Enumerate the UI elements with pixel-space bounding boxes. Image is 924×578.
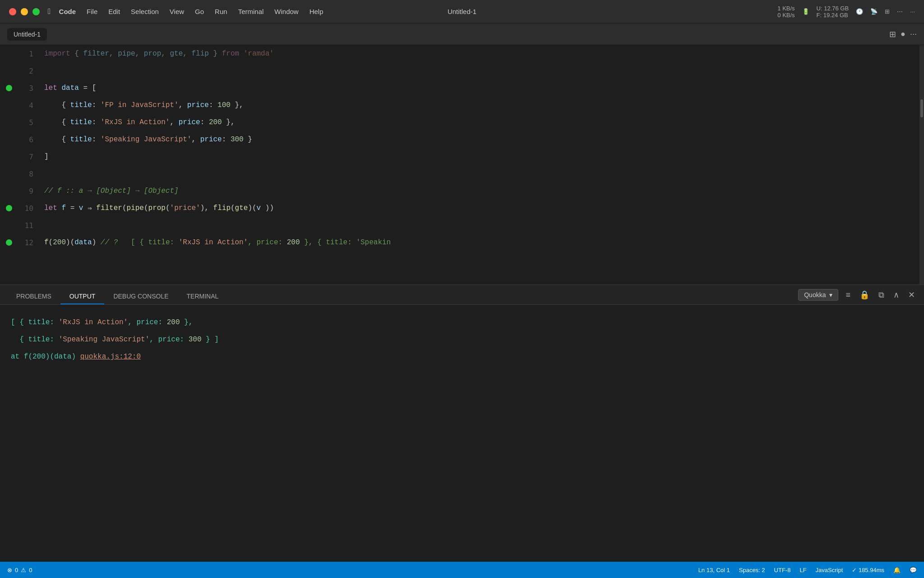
- line-num-6: 6: [29, 131, 33, 148]
- cursor-position[interactable]: Ln 13, Col 1: [698, 567, 730, 573]
- output-line-2: { title: 'Speaking JavaScript' , price: …: [11, 331, 913, 348]
- filter-icon[interactable]: ≡: [844, 289, 852, 302]
- panel-controls: Quokka ▾ ≡ 🔒 ⧉ ∧ ✕: [798, 288, 917, 304]
- line-num-12: 12: [25, 234, 33, 251]
- output-line-1: [ { title: 'RxJS in Action' , price: 200…: [11, 314, 913, 331]
- wifi-icon: 📡: [870, 8, 878, 15]
- line-num-8: 8: [29, 165, 33, 182]
- tab-untitled[interactable]: Untitled-1: [7, 28, 47, 41]
- line-num-3: 3: [29, 79, 33, 97]
- apple-icon: : [48, 7, 51, 16]
- tab-problems[interactable]: PROBLEMS: [7, 289, 60, 304]
- controlcenter-icon: ⊞: [885, 8, 890, 15]
- code-content[interactable]: import { filter , pipe , prop , gte , fl…: [41, 45, 924, 284]
- warning-icon: ⚠: [21, 567, 26, 573]
- error-icon: ⊗: [7, 567, 12, 573]
- output-content: [ { title: 'RxJS in Action' , price: 200…: [0, 305, 924, 429]
- editor-scrollbar[interactable]: [919, 45, 924, 284]
- encoding[interactable]: UTF-8: [774, 567, 791, 573]
- breakpoint-marker-3: [6, 85, 12, 91]
- line-numbers: 1 2 3 4 5 6 7 8 9 10 11 12: [18, 45, 41, 284]
- output-line-3: at f(200)(data) quokka.js:12:0: [11, 348, 913, 365]
- tab-terminal[interactable]: TERMINAL: [178, 289, 228, 304]
- status-right: Ln 13, Col 1 Spaces: 2 UTF-8 LF JavaScri…: [698, 567, 917, 573]
- tab-dot-icon: ●: [901, 29, 906, 39]
- menu-code[interactable]: Code: [59, 8, 76, 15]
- scrollbar-thumb[interactable]: [920, 99, 923, 117]
- quokka-link[interactable]: quokka.js:12:0: [80, 353, 141, 361]
- panel: PROBLEMS OUTPUT DEBUG CONSOLE TERMINAL Q…: [0, 284, 924, 429]
- title-bar-left:  Code File Edit Selection View Go Run T…: [9, 7, 323, 16]
- window-title: Untitled-1: [448, 8, 476, 15]
- language-mode[interactable]: JavaScript: [816, 567, 843, 573]
- gutter-markers: [0, 45, 18, 284]
- quokka-time: ✓ 185.94ms: [852, 567, 884, 573]
- error-count[interactable]: ⊗ 0 ⚠ 0: [7, 567, 32, 573]
- panel-tabs: PROBLEMS OUTPUT DEBUG CONSOLE TERMINAL Q…: [0, 285, 924, 305]
- output-source-select[interactable]: Quokka ▾: [798, 289, 838, 301]
- menu-run[interactable]: Run: [215, 8, 227, 15]
- notification-icon[interactable]: 🔔: [893, 567, 901, 573]
- line-num-11: 11: [25, 217, 33, 234]
- breakpoint-marker-12: [6, 239, 12, 246]
- line-num-9: 9: [29, 182, 33, 200]
- close-panel-icon[interactable]: ✕: [906, 288, 917, 302]
- title-bar-right: 1 KB/s0 KB/s 🔋 U: 12.76 GBF: 19.24 GB 🕐 …: [777, 5, 915, 19]
- status-bar: ⊗ 0 ⚠ 0 Ln 13, Col 1 Spaces: 2 UTF-8 LF …: [0, 562, 924, 578]
- code-line-7: ]: [41, 148, 924, 165]
- code-line-10: let f = v ⇒ filter ( pipe ( prop ( 'pric…: [41, 200, 924, 217]
- line-num-4: 4: [29, 97, 33, 114]
- menu-window[interactable]: Window: [274, 8, 298, 15]
- more-actions-icon[interactable]: ···: [910, 29, 917, 39]
- line-num-10: 10: [25, 200, 33, 217]
- tab-icons: ⊞ ● ···: [889, 29, 917, 39]
- traffic-lights: [9, 8, 40, 15]
- close-button[interactable]: [9, 8, 16, 15]
- menu-view[interactable]: View: [170, 8, 184, 15]
- editor-area: 1 2 3 4 5 6 7 8 9 10 11 12 import { filt…: [0, 45, 924, 284]
- menu-bar: Code File Edit Selection View Go Run Ter…: [59, 8, 323, 15]
- tab-label: Untitled-1: [14, 31, 41, 38]
- code-line-9: // f :: a → [Object] → [Object]: [41, 182, 924, 200]
- code-line-8: [41, 165, 924, 182]
- menu-go[interactable]: Go: [195, 8, 204, 15]
- collapse-panel-icon[interactable]: ∧: [892, 288, 901, 302]
- code-line-6: { title : 'Speaking JavaScript' , price …: [41, 131, 924, 148]
- split-editor-icon[interactable]: ⊞: [889, 29, 896, 39]
- menu-terminal[interactable]: Terminal: [238, 8, 264, 15]
- code-line-4: { title : 'FP in JavaScript' , price : 1…: [41, 97, 924, 114]
- menu-file[interactable]: File: [87, 8, 97, 15]
- line-num-7: 7: [29, 148, 33, 165]
- code-line-1: import { filter , pipe , prop , gte , fl…: [41, 45, 924, 62]
- title-bar:  Code File Edit Selection View Go Run T…: [0, 0, 924, 23]
- tab-bar: Untitled-1 ⊞ ● ···: [0, 23, 924, 45]
- indentation[interactable]: Spaces: 2: [739, 567, 765, 573]
- menu-help[interactable]: Help: [310, 8, 323, 15]
- line-ending[interactable]: LF: [799, 567, 806, 573]
- feedback-icon[interactable]: 💬: [910, 567, 917, 573]
- disk-usage: U: 12.76 GBF: 19.24 GB: [817, 5, 849, 19]
- code-line-11: [41, 217, 924, 234]
- tab-debug-console[interactable]: DEBUG CONSOLE: [104, 289, 177, 304]
- tab-output[interactable]: OUTPUT: [60, 289, 105, 304]
- cast-icon: ⋯: [897, 8, 903, 15]
- output-source-label: Quokka: [804, 291, 826, 298]
- minimize-button[interactable]: [21, 8, 28, 15]
- lock-icon[interactable]: 🔒: [858, 288, 871, 302]
- code-line-5: { title : 'RxJS in Action' , price : 200…: [41, 114, 924, 131]
- line-num-1: 1: [29, 45, 33, 62]
- chevron-down-icon: ▾: [829, 291, 832, 298]
- clock-icon: 🕐: [856, 8, 863, 15]
- line-num-5: 5: [29, 114, 33, 131]
- maximize-button[interactable]: [32, 8, 40, 15]
- code-line-3: let data = [: [41, 79, 924, 97]
- menu-selection[interactable]: Selection: [131, 8, 159, 15]
- copy-icon[interactable]: ⧉: [877, 289, 886, 302]
- line-num-2: 2: [29, 62, 33, 79]
- breakpoint-marker-10: [6, 205, 12, 211]
- network-speed: 1 KB/s0 KB/s: [777, 5, 795, 19]
- code-line-2: [41, 62, 924, 79]
- menu-edit[interactable]: Edit: [108, 8, 120, 15]
- battery-icon: 🔋: [802, 8, 809, 15]
- code-line-12: f ( 200 )( data ) // ? [ { title: 'RxJS …: [41, 234, 924, 251]
